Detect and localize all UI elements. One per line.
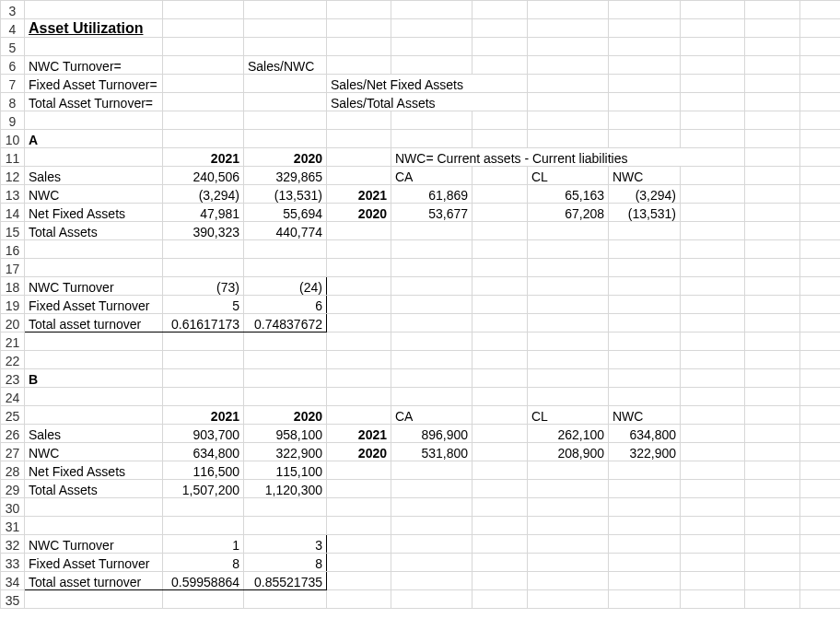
cell[interactable] xyxy=(472,259,528,277)
cell[interactable] xyxy=(528,388,609,406)
row-header[interactable]: 12 xyxy=(1,167,25,185)
row-header[interactable]: 5 xyxy=(1,38,25,56)
cell[interactable] xyxy=(327,240,391,259)
row-header[interactable]: 23 xyxy=(1,369,25,388)
cell[interactable] xyxy=(391,314,472,332)
cell[interactable] xyxy=(800,369,841,388)
cell[interactable] xyxy=(472,498,528,517)
cell[interactable] xyxy=(681,204,745,222)
cell[interactable]: 634,800 xyxy=(163,443,244,461)
cell[interactable]: 0.85521735 xyxy=(244,572,327,590)
cell[interactable] xyxy=(745,554,800,572)
cell[interactable] xyxy=(528,517,609,535)
cell[interactable] xyxy=(681,75,745,93)
cell[interactable] xyxy=(609,111,681,130)
cell[interactable] xyxy=(163,517,244,535)
cell[interactable] xyxy=(391,19,472,38)
cell[interactable] xyxy=(681,425,745,443)
cell[interactable] xyxy=(327,480,391,498)
row-header[interactable]: 22 xyxy=(1,351,25,369)
cell[interactable]: 531,800 xyxy=(391,443,472,461)
cell[interactable] xyxy=(472,130,528,148)
cell[interactable]: (13,531) xyxy=(609,204,681,222)
cell[interactable] xyxy=(472,590,528,609)
cell[interactable] xyxy=(163,75,244,93)
cell[interactable] xyxy=(681,369,745,388)
cell[interactable] xyxy=(528,130,609,148)
cell[interactable]: 2021 xyxy=(163,406,244,425)
cell[interactable] xyxy=(163,56,244,75)
cell[interactable] xyxy=(681,406,745,425)
cell[interactable] xyxy=(745,204,800,222)
cell[interactable] xyxy=(745,185,800,204)
cell[interactable] xyxy=(391,590,472,609)
cell[interactable] xyxy=(391,498,472,517)
cell[interactable] xyxy=(800,204,841,222)
cell[interactable] xyxy=(528,93,609,111)
cell[interactable] xyxy=(745,167,800,185)
cell[interactable] xyxy=(681,111,745,130)
cell[interactable] xyxy=(681,19,745,38)
cell[interactable]: (13,531) xyxy=(244,185,327,204)
cell[interactable] xyxy=(25,240,163,259)
cell[interactable]: Net Fixed Assets xyxy=(25,204,163,222)
row-header[interactable]: 11 xyxy=(1,148,25,167)
cell[interactable] xyxy=(800,277,841,296)
cell[interactable]: 440,774 xyxy=(244,222,327,240)
cell[interactable] xyxy=(528,590,609,609)
cell[interactable] xyxy=(800,517,841,535)
cell[interactable] xyxy=(609,535,681,554)
cell[interactable] xyxy=(25,259,163,277)
cell[interactable] xyxy=(163,240,244,259)
cell[interactable] xyxy=(528,240,609,259)
cell[interactable] xyxy=(391,572,472,590)
cell[interactable] xyxy=(327,130,391,148)
cell[interactable]: 1,120,300 xyxy=(244,480,327,498)
cell[interactable] xyxy=(681,296,745,314)
cell[interactable] xyxy=(609,130,681,148)
cell[interactable] xyxy=(528,314,609,332)
section-b-label[interactable]: B xyxy=(25,369,163,388)
grid-table[interactable]: 3 4 Asset Utilization 5 6 NWC Turnover= … xyxy=(0,0,840,609)
cell[interactable] xyxy=(528,332,609,351)
cell[interactable] xyxy=(244,38,327,56)
cell[interactable] xyxy=(327,38,391,56)
cell[interactable] xyxy=(681,240,745,259)
cell[interactable] xyxy=(800,111,841,130)
cell[interactable] xyxy=(800,148,841,167)
cell[interactable]: 2020 xyxy=(244,406,327,425)
cell[interactable]: NWC Turnover xyxy=(25,535,163,554)
cell[interactable] xyxy=(800,498,841,517)
cell[interactable] xyxy=(472,1,528,19)
row-header[interactable]: 9 xyxy=(1,111,25,130)
cell[interactable] xyxy=(681,517,745,535)
cell[interactable] xyxy=(681,590,745,609)
cell[interactable] xyxy=(745,277,800,296)
section-a-label[interactable]: A xyxy=(25,130,163,148)
cell[interactable] xyxy=(681,554,745,572)
cell[interactable] xyxy=(472,572,528,590)
cell[interactable] xyxy=(244,590,327,609)
row-header[interactable]: 19 xyxy=(1,296,25,314)
cell[interactable] xyxy=(800,130,841,148)
cell[interactable]: 2021 xyxy=(327,185,391,204)
cell[interactable] xyxy=(681,332,745,351)
row-header[interactable]: 33 xyxy=(1,554,25,572)
cell[interactable]: 903,700 xyxy=(163,425,244,443)
cell[interactable] xyxy=(681,443,745,461)
cell[interactable] xyxy=(391,277,472,296)
cell[interactable] xyxy=(472,296,528,314)
cell[interactable]: CL xyxy=(528,406,609,425)
cell[interactable] xyxy=(800,480,841,498)
cell[interactable]: 6 xyxy=(244,296,327,314)
cell[interactable] xyxy=(609,19,681,38)
cell[interactable] xyxy=(327,259,391,277)
cell[interactable]: 1,507,200 xyxy=(163,480,244,498)
cell[interactable] xyxy=(800,75,841,93)
cell[interactable] xyxy=(800,314,841,332)
cell[interactable] xyxy=(391,296,472,314)
cell[interactable] xyxy=(244,517,327,535)
cell[interactable] xyxy=(391,351,472,369)
cell[interactable] xyxy=(681,480,745,498)
cell[interactable] xyxy=(25,351,163,369)
